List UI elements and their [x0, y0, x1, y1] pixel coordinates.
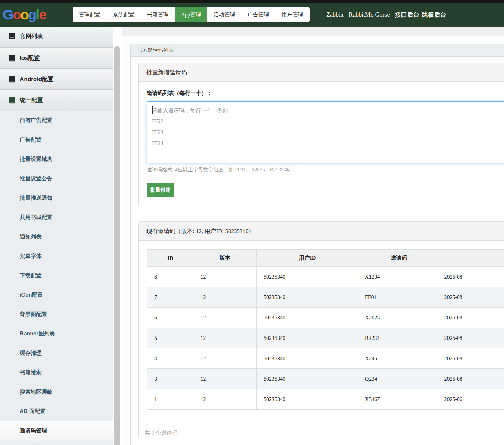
- table-cell: 50235340: [257, 308, 358, 328]
- sidebar-subitem[interactable]: 共用书城配置: [0, 208, 113, 227]
- sidebar-subitem[interactable]: 背景图配置: [0, 305, 113, 324]
- table-cell: 12: [193, 369, 257, 389]
- table-cell: 2025-08: [440, 348, 504, 369]
- table-cell: 12: [193, 348, 257, 369]
- sidebar-subitem[interactable]: 批量设置公告: [0, 169, 113, 188]
- table-cell: 8: [147, 267, 193, 287]
- table-cell: B2233: [358, 328, 440, 348]
- batch-create-title: 批量新增邀请码: [139, 63, 504, 82]
- table-cell: 2025-08: [440, 369, 504, 389]
- nav-tab[interactable]: 用户管理: [275, 7, 310, 22]
- table-row: 41250235340X2452025-08: [147, 348, 504, 369]
- nav-tab[interactable]: 管理配置: [73, 7, 107, 22]
- nav-tab[interactable]: 广告管理: [241, 7, 275, 22]
- table-header-cell: ID: [147, 250, 193, 267]
- sidebar-subitem[interactable]: iCon配置: [0, 285, 113, 305]
- sidebar-section[interactable]: 官网列表: [0, 27, 113, 48]
- table-cell: X2025: [358, 308, 440, 328]
- table-header-cell: 邀请码: [358, 250, 440, 267]
- table-cell: 4: [147, 348, 193, 369]
- table-cell: 12: [193, 287, 257, 308]
- sidebar-subitem[interactable]: 通知列表: [0, 227, 113, 247]
- table-header-cell: 用户ID: [257, 250, 358, 267]
- table-cell: 50235340: [257, 287, 358, 308]
- table-row: 51250235340B22332025-08: [147, 328, 504, 348]
- nav-tab[interactable]: 系统配置: [107, 7, 141, 22]
- navbar-link[interactable]: 跳板后台: [422, 11, 446, 19]
- table-cell: FF01: [358, 287, 440, 308]
- sidebar-section[interactable]: Android配置: [0, 69, 113, 90]
- batch-create-panel: 批量新增邀请码 邀请码列表（每行一个）： 邀请码格式: 4位以上字母数字组合，如…: [138, 63, 504, 207]
- table-cell: Q234: [358, 369, 440, 389]
- existing-codes-panel: 现有邀请码（版本: 12, 用户ID: 50235340） ID版本用户ID邀请…: [138, 221, 504, 438]
- sidebar: 官网列表Ios配置Android配置统一配置 自有广告配置广告配置批量设置域名批…: [0, 27, 113, 445]
- table-cell: 2025-08: [440, 287, 504, 308]
- sidebar-section-label: 统一配置: [20, 96, 43, 104]
- table-cell: 7: [147, 287, 193, 308]
- batch-create-button[interactable]: 批量创建: [147, 183, 174, 197]
- table-cell: 2025-08: [440, 308, 504, 328]
- table-row: 71250235340FF012025-08: [147, 287, 504, 308]
- table-cell: 12: [193, 267, 257, 287]
- table-header-row: ID版本用户ID邀请码: [147, 250, 504, 267]
- book-icon: [9, 33, 15, 39]
- google-logo-letter: g: [28, 7, 36, 22]
- google-logo[interactable]: Google: [3, 7, 46, 22]
- sidebar-subitem[interactable]: 书籍搜索: [0, 363, 113, 382]
- table-header-cell: [440, 250, 504, 267]
- browser-top-strip: [0, 0, 504, 3]
- google-logo-letter: o: [13, 7, 20, 22]
- navbar-link[interactable]: 接口后台: [395, 11, 420, 19]
- top-navbar: Google 管理配置系统配置书籍管理App管理活动管理广告管理用户管理 Zab…: [0, 3, 504, 27]
- sidebar-subitem[interactable]: 下载配置: [0, 266, 113, 285]
- table-cell: 12: [193, 328, 257, 348]
- sidebar-subitem[interactable]: 邀请码管理: [0, 421, 113, 441]
- invite-codes-label: 邀请码列表（每行一个）：: [147, 90, 504, 97]
- google-logo-letter: o: [20, 7, 28, 22]
- nav-tab[interactable]: App管理: [175, 7, 207, 22]
- sidebar-scrollbar-thumb[interactable]: [114, 46, 120, 445]
- sidebar-subitems: 自有广告配置广告配置批量设置域名批量设置公告批量推送通知共用书城配置通知列表安卓…: [0, 111, 113, 441]
- table-cell: 50235340: [257, 389, 358, 410]
- invite-codes-input[interactable]: [147, 101, 504, 163]
- format-help-text: 邀请码格式: 4位以上字母数字组合，如 FF01、X2025、B2233 等: [147, 167, 504, 173]
- sidebar-section-label: Ios配置: [20, 54, 40, 62]
- sidebar-subitem[interactable]: 批量推送通知: [0, 188, 113, 208]
- invite-code-panel: 官方邀请码列表 批量新增邀请码 邀请码列表（每行一个）： 邀请码格式: 4位以上…: [130, 44, 504, 445]
- total-count-label: 共 7 个邀请码: [145, 430, 177, 437]
- invite-codes-table: ID版本用户ID邀请码 81250235340X12342025-0871250…: [147, 249, 504, 410]
- sidebar-section[interactable]: Ios配置: [0, 48, 113, 69]
- table-row: 61250235340X20252025-08: [147, 308, 504, 328]
- sidebar-subitem[interactable]: 广告配置: [0, 130, 113, 150]
- sidebar-subitem[interactable]: 安卓字体: [0, 247, 113, 266]
- table-row: 11250235340X34672025-06: [147, 389, 504, 410]
- navbar-link[interactable]: Zabbix: [326, 11, 344, 18]
- table-cell: X1234: [358, 267, 440, 287]
- table-cell: 2025-06: [440, 389, 504, 410]
- sidebar-subitem[interactable]: 缓存清理: [0, 344, 113, 363]
- external-links: ZabbixRabbitMq Gorse接口后台跳板后台: [326, 3, 449, 27]
- nav-tab[interactable]: 活动管理: [207, 7, 241, 22]
- book-icon: [9, 55, 15, 62]
- sidebar-subitem[interactable]: AB 面配置: [0, 402, 113, 421]
- nav-tab[interactable]: 书籍管理: [141, 7, 175, 22]
- sidebar-subitem[interactable]: 搜索地区屏蔽: [0, 382, 113, 402]
- batch-create-body: 邀请码列表（每行一个）： 邀请码格式: 4位以上字母数字组合，如 FF01、X2…: [139, 82, 504, 207]
- sidebar-section[interactable]: 统一配置: [0, 90, 113, 111]
- text-caret: [152, 106, 153, 114]
- navbar-link[interactable]: RabbitMq Gorse: [349, 11, 390, 18]
- sidebar-subitem[interactable]: Banner图列表: [0, 324, 113, 344]
- table-cell: X245: [358, 348, 440, 369]
- sidebar-subitem[interactable]: 批量设置域名: [0, 150, 113, 169]
- sidebar-sections: 官网列表Ios配置Android配置统一配置: [0, 27, 113, 111]
- sidebar-subitem[interactable]: 自有广告配置: [0, 111, 113, 130]
- table-cell: 2025-08: [440, 328, 504, 348]
- table-cell: 3: [147, 369, 193, 389]
- table-cell: X3467: [358, 389, 440, 410]
- table-cell: 50235340: [257, 328, 358, 348]
- google-logo-letter: l: [36, 7, 39, 22]
- content-area: 官方邀请码列表 批量新增邀请码 邀请码列表（每行一个）： 邀请码格式: 4位以上…: [122, 27, 504, 445]
- existing-codes-title: 现有邀请码（版本: 12, 用户ID: 50235340）: [139, 222, 504, 241]
- table-cell: 2025-08: [440, 267, 504, 287]
- table-header-cell: 版本: [193, 250, 257, 267]
